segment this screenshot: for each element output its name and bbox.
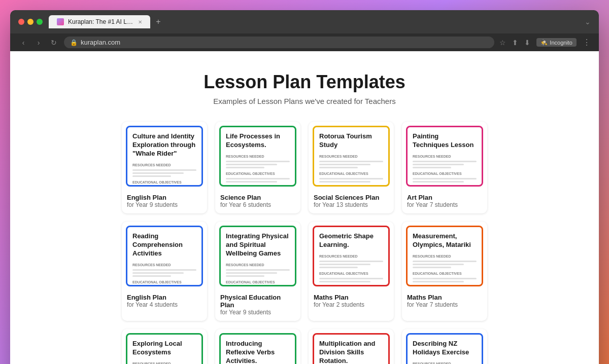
window-controls: ⌄ bbox=[585, 18, 591, 26]
plan-detail: for Year 9 students bbox=[127, 201, 202, 208]
card-thumbnail: Integrating Physical and Spiritual Wellb… bbox=[219, 226, 296, 286]
lesson-card[interactable]: Describing NZ Holidays Exercise Resource… bbox=[402, 329, 487, 364]
lesson-card[interactable]: Culture and Identity Exploration through… bbox=[122, 122, 207, 213]
page-content: Lesson Plan Templates Examples of Lesson… bbox=[112, 51, 497, 364]
maximize-button[interactable] bbox=[37, 19, 43, 25]
cards-grid: Culture and Identity Exploration through… bbox=[122, 122, 487, 364]
card-info: Science Plan for Year 6 students bbox=[215, 191, 300, 213]
thumbnail-title: Culture and Identity Exploration through… bbox=[132, 132, 196, 158]
card-thumbnail: Life Processes in Ecosystems. Resources … bbox=[219, 126, 296, 187]
plan-type: English Plan bbox=[127, 194, 202, 201]
tab-title: Kuraplan: The #1 AI Lesson P... bbox=[68, 18, 134, 25]
share-icon[interactable]: ⬆ bbox=[512, 39, 518, 47]
card-thumbnail: Exploring Local Ecosystems Resources Nee… bbox=[126, 333, 203, 364]
plan-type: Social Sciences Plan bbox=[314, 194, 389, 201]
bookmark-icon[interactable]: ☆ bbox=[499, 39, 506, 47]
plan-detail: for Year 6 students bbox=[220, 201, 295, 208]
url-text: kuraplan.com bbox=[81, 39, 120, 46]
title-bar: Kuraplan: The #1 AI Lesson P... ✕ + ⌄ bbox=[10, 10, 599, 33]
thumbnail-lines: Resources Needed Educational Objectives bbox=[413, 252, 477, 282]
plan-detail: for Year 7 students bbox=[407, 201, 482, 208]
card-info: Social Sciences Plan for Year 13 student… bbox=[309, 191, 394, 213]
lesson-card[interactable]: Measurement, Olympics, Matariki Resource… bbox=[402, 222, 487, 321]
new-tab-button[interactable]: + bbox=[152, 16, 164, 28]
close-button[interactable] bbox=[18, 19, 24, 25]
lesson-card[interactable]: Integrating Physical and Spiritual Wellb… bbox=[215, 222, 300, 321]
plan-detail: for Year 4 students bbox=[127, 301, 202, 308]
thumbnail-lines: Resources Needed Educational Objectives bbox=[226, 261, 290, 286]
plan-detail: for Year 7 students bbox=[407, 301, 482, 308]
page-title: Lesson Plan Templates bbox=[122, 71, 487, 93]
plan-type: Art Plan bbox=[407, 194, 482, 201]
lesson-card[interactable]: Geometric Shape Learning. Resources Need… bbox=[309, 222, 394, 321]
active-tab[interactable]: Kuraplan: The #1 AI Lesson P... ✕ bbox=[49, 15, 150, 28]
incognito-badge: 🕵 Incognito bbox=[536, 38, 577, 47]
plan-type: Physical Education Plan bbox=[220, 294, 295, 309]
address-bar-actions: ☆ ⬆ ⬇ 🕵 Incognito ⋮ bbox=[499, 38, 591, 47]
lesson-card[interactable]: Rotorua Tourism Study Resources Needed E… bbox=[309, 122, 394, 213]
card-thumbnail: Painting Techniques Lesson Resources Nee… bbox=[406, 126, 483, 187]
lesson-card[interactable]: Introducing Reflexive Verbs Activities. … bbox=[215, 329, 300, 364]
card-thumbnail: Describing NZ Holidays Exercise Resource… bbox=[406, 333, 483, 364]
page-subtitle: Examples of Lesson Plans we've created f… bbox=[122, 97, 487, 105]
thumbnail-title: Life Processes in Ecosystems. bbox=[226, 132, 290, 150]
thumbnail-lines: Resources Needed Educational Objectives bbox=[132, 161, 196, 187]
thumbnail-title: Introducing Reflexive Verbs Activities. bbox=[226, 340, 290, 364]
traffic-lights bbox=[18, 19, 43, 25]
card-thumbnail: Reading Comprehension Activities Resourc… bbox=[126, 226, 203, 286]
incognito-icon: 🕵 bbox=[540, 39, 548, 46]
thumbnail-lines: Resources Needed Educational Objectives bbox=[132, 261, 196, 286]
lock-icon: 🔒 bbox=[70, 39, 78, 46]
lesson-card[interactable]: Life Processes in Ecosystems. Resources … bbox=[215, 122, 300, 213]
plan-type: Maths Plan bbox=[407, 294, 482, 301]
card-info: Maths Plan for Year 7 students bbox=[402, 290, 487, 313]
card-thumbnail: Geometric Shape Learning. Resources Need… bbox=[313, 226, 390, 286]
card-thumbnail: Culture and Identity Exploration through… bbox=[126, 126, 203, 187]
download-icon[interactable]: ⬇ bbox=[524, 39, 530, 47]
page-wrapper: Lesson Plan Templates Examples of Lesson… bbox=[10, 51, 599, 364]
plan-detail: for Year 2 students bbox=[314, 301, 389, 308]
reload-button[interactable]: ↻ bbox=[49, 39, 59, 47]
thumbnail-lines: Resources Needed Educational Objectives bbox=[132, 360, 196, 364]
card-info: English Plan for Year 9 students bbox=[122, 191, 207, 213]
lesson-card[interactable]: Painting Techniques Lesson Resources Nee… bbox=[402, 122, 487, 213]
plan-type: Science Plan bbox=[220, 194, 295, 201]
menu-icon[interactable]: ⋮ bbox=[583, 38, 591, 47]
incognito-label: Incognito bbox=[550, 40, 572, 46]
thumbnail-lines: Resources Needed Educational Objectives bbox=[413, 360, 477, 364]
tab-favicon bbox=[57, 18, 64, 25]
tab-close-icon[interactable]: ✕ bbox=[138, 19, 142, 25]
plan-type: English Plan bbox=[127, 294, 202, 301]
card-info: English Plan for Year 4 students bbox=[122, 290, 207, 313]
forward-button[interactable]: › bbox=[33, 39, 44, 47]
tab-bar: Kuraplan: The #1 AI Lesson P... ✕ + bbox=[49, 15, 579, 28]
minimize-button[interactable] bbox=[27, 19, 33, 25]
lesson-card[interactable]: Reading Comprehension Activities Resourc… bbox=[122, 222, 207, 321]
thumbnail-title: Rotorua Tourism Study bbox=[319, 132, 383, 150]
thumbnail-title: Integrating Physical and Spiritual Wellb… bbox=[226, 232, 290, 258]
url-box[interactable]: 🔒 kuraplan.com bbox=[64, 37, 494, 48]
card-info: Art Plan for Year 7 students bbox=[402, 191, 487, 213]
card-info: Physical Education Plan for Year 9 stude… bbox=[215, 290, 300, 321]
plan-type: Maths Plan bbox=[314, 294, 389, 301]
lesson-card[interactable]: Exploring Local Ecosystems Resources Nee… bbox=[122, 329, 207, 364]
address-bar: ‹ › ↻ 🔒 kuraplan.com ☆ ⬆ ⬇ 🕵 Incognito ⋮ bbox=[10, 33, 599, 51]
card-thumbnail: Rotorua Tourism Study Resources Needed E… bbox=[313, 126, 390, 187]
card-thumbnail: Measurement, Olympics, Matariki Resource… bbox=[406, 226, 483, 286]
thumbnail-title: Painting Techniques Lesson bbox=[413, 132, 477, 150]
card-thumbnail: Introducing Reflexive Verbs Activities. … bbox=[219, 333, 296, 364]
thumbnail-title: Geometric Shape Learning. bbox=[319, 232, 383, 249]
thumbnail-lines: Resources Needed Educational Objectives bbox=[413, 153, 477, 183]
back-button[interactable]: ‹ bbox=[18, 39, 28, 47]
lesson-card[interactable]: Multiplication and Division Skills Rotat… bbox=[309, 329, 394, 364]
plan-detail: for Year 13 students bbox=[314, 201, 389, 208]
plan-detail: for Year 9 students bbox=[220, 309, 295, 316]
thumbnail-title: Multiplication and Division Skills Rotat… bbox=[319, 340, 383, 364]
thumbnail-lines: Resources Needed Educational Objectives bbox=[226, 153, 290, 183]
thumbnail-lines: Resources Needed Educational Objectives bbox=[319, 153, 383, 183]
thumbnail-title: Describing NZ Holidays Exercise bbox=[413, 340, 477, 357]
thumbnail-title: Reading Comprehension Activities bbox=[132, 232, 196, 258]
thumbnail-lines: Resources Needed Educational Objectives bbox=[319, 252, 383, 282]
thumbnail-title: Exploring Local Ecosystems bbox=[132, 340, 196, 357]
card-info: Maths Plan for Year 2 students bbox=[309, 290, 394, 313]
